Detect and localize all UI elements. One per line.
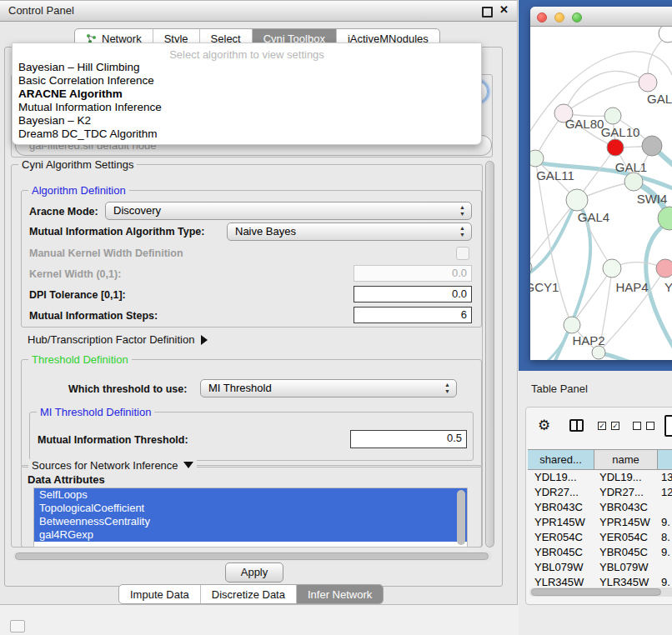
- attribute-item-gal4rgexp[interactable]: gal4RGexp: [34, 528, 467, 542]
- table-horizontal-scrollbar[interactable]: [529, 588, 672, 597]
- node-label-gal10: GAL10: [601, 125, 640, 139]
- hub-section-label: Hub/Transcription Factor Definition: [28, 333, 194, 346]
- chevron-right-icon: [201, 335, 208, 345]
- table-cell: YBL079W: [528, 560, 594, 575]
- network-node[interactable]: [656, 259, 672, 278]
- algorithm-option-dream8-dc-tdc-algorithm[interactable]: Dream8 DC_TDC Algorithm: [13, 128, 481, 141]
- attribute-item-selfloops[interactable]: SelfLoops: [34, 488, 467, 502]
- aracne-mode-value: Discovery: [113, 204, 161, 217]
- table-hscrollbar-thumb[interactable]: [531, 588, 661, 596]
- table-row[interactable]: YER054CYER054C8.: [528, 530, 672, 545]
- table-document-icon[interactable]: [664, 415, 672, 437]
- algorithm-option-list: Bayesian – Hill ClimbingBasic Correlatio…: [13, 61, 481, 141]
- column-header-name[interactable]: name: [594, 450, 658, 469]
- manual-kernel-checkbox[interactable]: [456, 247, 469, 260]
- tab-infer-network[interactable]: Infer Network: [297, 585, 383, 603]
- tab-impute-data[interactable]: Impute Data: [119, 585, 201, 603]
- network-view-window: GAL7GAL80GAL10GAL1SWI4GAL11GAL4GCY1HAP4Y…: [530, 7, 672, 360]
- window-zoom-icon[interactable]: [572, 12, 582, 22]
- table-row[interactable]: YPR145WYPR145W9.: [528, 515, 672, 530]
- checkbox-unchecked-icon[interactable]: [646, 422, 654, 430]
- which-threshold-label: Which threshold to use:: [68, 383, 187, 395]
- table-cell: YLR345W: [528, 575, 594, 588]
- network-node[interactable]: [624, 172, 643, 191]
- network-node[interactable]: [639, 73, 657, 92]
- dropdown-placeholder: Select algorithm to view settings: [13, 48, 481, 61]
- attribute-item-betweennesscentrality[interactable]: BetweennessCentrality: [34, 515, 467, 528]
- network-node[interactable]: [530, 150, 544, 167]
- column-header-shared[interactable]: shared...: [528, 450, 594, 469]
- sources-title[interactable]: Sources for Network Inference: [28, 459, 197, 472]
- table-row[interactable]: YBL079WYBL079W: [528, 560, 672, 575]
- mi-steps-field[interactable]: 6: [354, 307, 472, 323]
- network-node[interactable]: [607, 139, 624, 156]
- network-node[interactable]: [642, 136, 662, 156]
- attributes-scrollbar[interactable]: [457, 490, 465, 545]
- table-rows: YDL19...YDL19...13YDR27...YDR27...12YBR0…: [528, 470, 672, 588]
- algorithm-option-bayesian-hill-climbing[interactable]: Bayesian – Hill Climbing: [13, 61, 481, 74]
- table-cell: 12: [658, 485, 672, 500]
- node-label-swi4: SWI4: [637, 192, 668, 206]
- hub-section-toggle[interactable]: Hub/Transcription Factor Definition: [28, 333, 208, 346]
- window-minimize-icon[interactable]: [554, 12, 564, 22]
- horizontal-scrollbar-thumb[interactable]: [15, 552, 489, 560]
- stepper-icon: ▲▼: [444, 382, 450, 395]
- network-node[interactable]: [566, 189, 588, 211]
- table-row[interactable]: YBR043CYBR043C: [528, 500, 672, 515]
- which-threshold-value: MI Threshold: [208, 382, 272, 394]
- algorithm-option-mutual-information-inference[interactable]: Mutual Information Inference: [13, 101, 481, 114]
- cyni-mode-tabbar: Impute DataDiscretize DataInfer Network: [118, 584, 384, 604]
- apply-button[interactable]: Apply: [225, 562, 283, 582]
- which-threshold-select[interactable]: MI Threshold ▲▼: [200, 379, 457, 398]
- network-node[interactable]: [592, 346, 605, 359]
- window-close-icon[interactable]: [537, 12, 547, 22]
- tab-label: Impute Data: [130, 588, 189, 601]
- table-row[interactable]: YDR27...YDR27...12: [528, 485, 672, 500]
- dpi-tolerance-label: DPI Tolerance [0,1]:: [29, 289, 126, 301]
- algorithm-option-aracne-algorithm[interactable]: ARACNE Algorithm: [13, 88, 481, 101]
- table-row[interactable]: YBR045CYBR045C9.: [528, 545, 672, 560]
- control-panel-titlebar: Control Panel ✕: [0, 1, 517, 22]
- checkbox-unchecked-icon[interactable]: [633, 422, 641, 430]
- table-cell: YBR043C: [594, 500, 658, 515]
- mi-steps-label: Mutual Information Steps:: [29, 310, 158, 322]
- table-row[interactable]: YLR345WYLR345W9.: [528, 575, 672, 588]
- network-canvas[interactable]: GAL7GAL80GAL10GAL1SWI4GAL11GAL4GCY1HAP4Y…: [530, 27, 672, 360]
- float-panel-icon[interactable]: [482, 7, 493, 18]
- kernel-width-field[interactable]: 0.0: [354, 265, 472, 282]
- attribute-item-topologicalcoefficient[interactable]: TopologicalCoefficient: [34, 502, 467, 515]
- vertical-scrollbar[interactable]: [485, 161, 494, 548]
- network-node[interactable]: [604, 108, 621, 124]
- close-icon[interactable]: ✕: [499, 3, 509, 16]
- mi-type-select[interactable]: Naive Bayes ▲▼: [227, 222, 472, 241]
- checkbox-checked-icon[interactable]: ✓: [598, 422, 606, 430]
- table-cell: [658, 500, 661, 515]
- mit-field[interactable]: 0.5: [350, 430, 467, 448]
- network-node[interactable]: [564, 317, 580, 333]
- table-cell: YPR145W: [594, 515, 658, 530]
- table-cell: YBL079W: [594, 560, 658, 575]
- network-window-titlebar[interactable]: [530, 7, 672, 27]
- tab-discretize-data[interactable]: Discretize Data: [201, 585, 297, 603]
- table-cell: YDL19...: [594, 470, 658, 485]
- gear-icon[interactable]: ⚙: [538, 417, 550, 434]
- horizontal-scrollbar[interactable]: [13, 552, 492, 561]
- collapsed-panel-icon[interactable]: [10, 620, 25, 632]
- tab-label: Infer Network: [308, 588, 372, 601]
- table-row[interactable]: YDL19...YDL19...13: [528, 470, 672, 485]
- table-cell: YDR27...: [528, 485, 594, 500]
- cyni-settings-title: Cyni Algorithm Settings: [18, 158, 137, 171]
- node-table-card: ⚙ ✓ ✓ shared...name YDL19...YDL19...13YD…: [525, 407, 672, 605]
- aracne-mode-select[interactable]: Discovery ▲▼: [105, 202, 472, 220]
- dpi-tolerance-field[interactable]: 0.0: [354, 286, 472, 302]
- table-cell: YPR145W: [528, 515, 594, 530]
- checkbox-checked-icon[interactable]: ✓: [611, 422, 619, 430]
- network-node[interactable]: [659, 27, 672, 42]
- table-cell: [658, 560, 661, 575]
- table-cell: YLR345W: [594, 575, 658, 588]
- split-columns-icon[interactable]: [569, 419, 584, 432]
- algorithm-option-bayesian-k2[interactable]: Bayesian – K2: [13, 114, 481, 128]
- algorithm-option-basic-correlation-inference[interactable]: Basic Correlation Inference: [13, 74, 481, 88]
- column-header-2[interactable]: [658, 450, 672, 469]
- network-node[interactable]: [603, 259, 621, 278]
